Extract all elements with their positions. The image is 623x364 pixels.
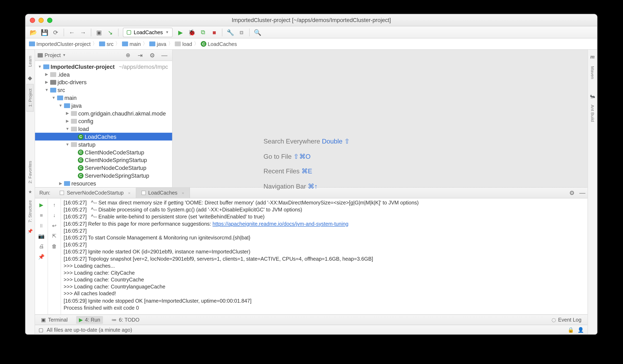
gear-icon[interactable]: ⚙ bbox=[147, 50, 157, 60]
stop-icon[interactable]: ■ bbox=[38, 212, 45, 219]
hide-icon[interactable]: — bbox=[577, 188, 587, 197]
locate-icon[interactable]: ⊕ bbox=[123, 50, 133, 60]
breadcrumb-item[interactable]: main bbox=[122, 41, 141, 47]
up-icon[interactable]: ↑ bbox=[50, 201, 58, 209]
export-icon[interactable]: ⇱ bbox=[50, 232, 58, 240]
open-icon[interactable]: 📂 bbox=[28, 27, 39, 37]
save-icon[interactable]: 💾 bbox=[39, 27, 50, 37]
coverage-button[interactable]: ⧉ bbox=[198, 27, 208, 37]
structure-icon[interactable]: ⧈ bbox=[236, 27, 247, 37]
run-label: Run: bbox=[35, 190, 55, 196]
tree-row[interactable]: ▼ src bbox=[35, 86, 172, 94]
window-title: ImportedCluster-project [~/apps/demos/Im… bbox=[25, 17, 597, 23]
run-config-selector[interactable]: LoadCaches ▼ bbox=[123, 27, 173, 37]
run-side-toolbar: ▶ ■ ⏸ 📷 🖨 📌 ↑ ↓ ↩ ⇱ 🗑 bbox=[35, 198, 61, 314]
project-panel: Project ▼ ⊕ ⇥ ⚙ — ▼ ImportedCluster-proj… bbox=[35, 50, 173, 187]
hector-icon[interactable]: 👤 bbox=[578, 327, 584, 333]
breadcrumb-item[interactable]: ImportedCluster-project bbox=[29, 41, 91, 47]
camera-icon[interactable]: 📷 bbox=[38, 232, 45, 240]
status-text: All files are up-to-date (a minute ago) bbox=[47, 327, 132, 333]
forward-button[interactable]: → bbox=[78, 27, 88, 37]
tree-row[interactable]: C ServerNodeSpringStartup bbox=[35, 172, 172, 180]
ide-window: ImportedCluster-project [~/apps/demos/Im… bbox=[25, 14, 598, 335]
hide-icon[interactable]: — bbox=[159, 50, 170, 60]
lock-icon[interactable]: 🔒 bbox=[568, 327, 574, 333]
bottom-tool-strip: ▣ Terminal ▶ 4: Run ≔ 6: TODO ◌ Event Lo… bbox=[35, 314, 588, 325]
main-toolbar: 📂 💾 ⟳ ← → ▣ ↘ LoadCaches ▼ ▶ 🐞 ⧉ ■ 🔧 ⧈ 🔍 bbox=[25, 26, 597, 39]
tab-favorites[interactable]: 2: Favorites bbox=[27, 155, 33, 189]
tree-row[interactable]: ▶ jdbc-drivers bbox=[35, 78, 172, 86]
run-tool-window: Run: ServerNodeCodeStartup× LoadCaches× … bbox=[35, 187, 588, 314]
breadcrumb-item[interactable]: load bbox=[175, 41, 192, 47]
tree-root[interactable]: ▼ ImportedCluster-project ~/apps/demos/I… bbox=[35, 63, 172, 71]
editor-area: Search Everywhere Double ⇧ Go to File ⇧⌘… bbox=[173, 50, 588, 187]
breadcrumb-item[interactable]: CLoadCaches bbox=[201, 41, 237, 47]
run-tab[interactable]: LoadCaches× bbox=[136, 188, 190, 198]
project-tree[interactable]: ▼ ImportedCluster-project ~/apps/demos/I… bbox=[35, 61, 172, 187]
breadcrumb-item[interactable]: java bbox=[149, 41, 166, 47]
debug-button[interactable]: 🐞 bbox=[187, 27, 197, 37]
gear-icon[interactable]: ⚙ bbox=[567, 188, 577, 197]
pause-icon[interactable]: ⏸ bbox=[38, 222, 45, 230]
breadcrumb: ImportedCluster-project〉 src〉 main〉 java… bbox=[25, 39, 597, 50]
tree-row[interactable]: ▶ config bbox=[35, 117, 172, 125]
tab-structure[interactable]: 7: Structure bbox=[27, 194, 33, 229]
console-output[interactable]: [16:05:27] ^-- Set max direct memory siz… bbox=[61, 198, 588, 314]
tab-run[interactable]: ▶ 4: Run bbox=[76, 316, 103, 324]
event-log[interactable]: ◌ Event Log bbox=[549, 316, 584, 324]
project-panel-title: Project bbox=[44, 52, 61, 58]
tab-project[interactable]: 1: Project bbox=[26, 84, 34, 112]
breadcrumb-item[interactable]: src bbox=[99, 41, 113, 47]
hammer-icon[interactable]: ↘ bbox=[105, 27, 115, 37]
tree-row[interactable]: ▼ load bbox=[35, 125, 172, 133]
print-icon[interactable]: 🖨 bbox=[38, 242, 45, 250]
status-square-icon[interactable]: ▢ bbox=[39, 327, 43, 333]
tree-row[interactable]: C ServerNodeCodeStartup bbox=[35, 164, 172, 172]
stop-button[interactable]: ■ bbox=[209, 27, 220, 37]
tab-todo[interactable]: ≔ 6: TODO bbox=[109, 316, 142, 324]
run-tab[interactable]: ServerNodeCodeStartup× bbox=[55, 188, 136, 198]
tree-row[interactable]: ▼ startup bbox=[35, 140, 172, 148]
left-tool-strip: Learn ◆ 1: Project 2: Favorites ★ 7: Str… bbox=[25, 50, 35, 334]
trash-icon[interactable]: 🗑 bbox=[50, 242, 58, 250]
wrap-icon[interactable]: ↩ bbox=[50, 222, 58, 230]
down-icon[interactable]: ↓ bbox=[50, 212, 58, 219]
wrench-icon[interactable]: 🔧 bbox=[225, 27, 235, 37]
tree-row[interactable]: ▶ .idea bbox=[35, 70, 172, 78]
pin-icon[interactable]: 📌 bbox=[38, 253, 45, 261]
tree-row[interactable]: ▼ main bbox=[35, 94, 172, 102]
run-config-label: LoadCaches bbox=[134, 29, 163, 35]
rerun-icon[interactable]: ▶ bbox=[38, 201, 45, 209]
right-tool-strip: m Maven 🐜 Ant Build bbox=[588, 50, 597, 334]
back-button[interactable]: ← bbox=[67, 27, 77, 37]
run-button[interactable]: ▶ bbox=[175, 27, 186, 37]
collapse-icon[interactable]: ⇥ bbox=[135, 50, 145, 60]
titlebar[interactable]: ImportedCluster-project [~/apps/demos/Im… bbox=[25, 14, 597, 26]
editor-hints: Search Everywhere Double ⇧ Go to File ⇧⌘… bbox=[264, 134, 350, 194]
tab-terminal[interactable]: ▣ Terminal bbox=[39, 316, 70, 324]
tab-ant[interactable]: Ant Build bbox=[589, 102, 596, 125]
build-icon[interactable]: ▣ bbox=[94, 27, 104, 37]
search-icon[interactable]: 🔍 bbox=[252, 27, 263, 37]
tab-learn[interactable]: Learn bbox=[27, 50, 33, 73]
tree-row[interactable]: ▼ java bbox=[35, 102, 172, 109]
tree-row[interactable]: ▶ resources bbox=[35, 179, 172, 187]
tree-row[interactable]: C ClientNodeCodeStartup bbox=[35, 148, 172, 156]
sync-icon[interactable]: ⟳ bbox=[51, 27, 61, 37]
tab-maven[interactable]: Maven bbox=[589, 64, 596, 82]
tree-row[interactable]: C LoadCaches bbox=[35, 133, 172, 141]
tree-row[interactable]: C ClientNodeSpringStartup bbox=[35, 156, 172, 164]
status-bar: ▢ All files are up-to-date (a minute ago… bbox=[35, 325, 588, 334]
tree-row[interactable]: ▶ com.gridgain.chaudhri.akmal.mode bbox=[35, 109, 172, 117]
